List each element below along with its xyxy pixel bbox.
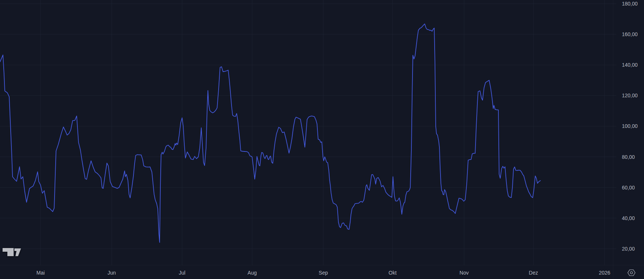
hexagon-outline bbox=[628, 270, 635, 276]
price-tick-label: 140,00 bbox=[622, 62, 638, 68]
time-tick-label: Dez bbox=[529, 270, 538, 276]
price-axis[interactable] bbox=[612, 0, 644, 265]
price-line-series bbox=[0, 24, 540, 243]
time-tick-label: Jun bbox=[108, 270, 116, 276]
time-tick-label: Nov bbox=[460, 270, 469, 276]
grid-lines bbox=[0, 0, 616, 265]
time-tick-label: Sep bbox=[319, 270, 328, 276]
hexagon-settings-icon[interactable] bbox=[627, 269, 636, 277]
tradingview-logo[interactable] bbox=[3, 248, 21, 257]
trading-chart-window: 180,00160,00140,00120,00100,0080,0060,00… bbox=[0, 0, 644, 279]
price-tick-label: 40,00 bbox=[622, 215, 635, 221]
price-tick-label: 160,00 bbox=[622, 31, 638, 37]
time-tick-label: Aug bbox=[248, 270, 257, 276]
price-chart-canvas[interactable] bbox=[0, 0, 644, 279]
time-tick-label: Jul bbox=[179, 270, 185, 276]
time-tick-label: 2026 bbox=[599, 270, 610, 276]
price-tick-label: 20,00 bbox=[622, 246, 635, 252]
price-tick-label: 60,00 bbox=[622, 185, 635, 191]
price-tick-label: 120,00 bbox=[622, 93, 638, 98]
time-tick-label: Okt bbox=[389, 270, 397, 276]
price-tick-label: 100,00 bbox=[622, 123, 638, 129]
price-tick-label: 80,00 bbox=[622, 154, 635, 160]
time-tick-label: Mai bbox=[36, 270, 45, 276]
price-tick-label: 180,00 bbox=[622, 1, 638, 7]
logo-bar-glyph bbox=[3, 248, 14, 256]
hexagon-center-dot bbox=[630, 272, 633, 274]
series-price bbox=[0, 24, 540, 243]
